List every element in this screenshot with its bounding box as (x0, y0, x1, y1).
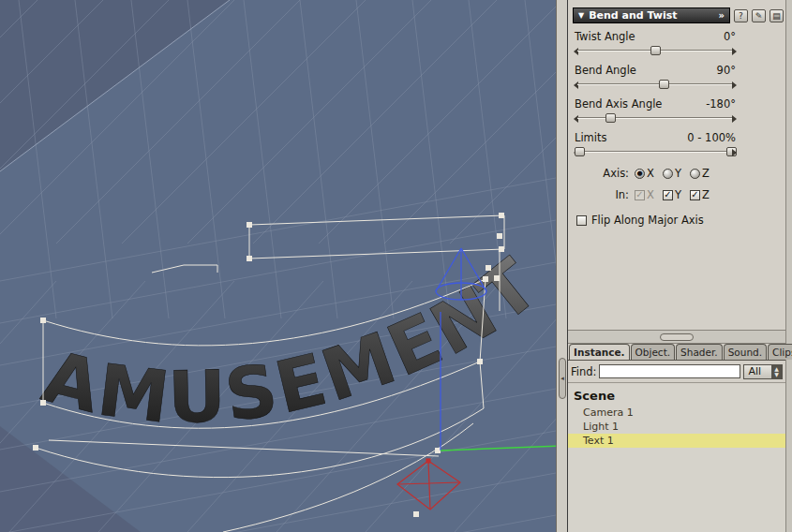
limits-low-thumb[interactable] (575, 147, 585, 156)
bend-axis-angle-slider[interactable] (575, 112, 736, 125)
in-y-checkbox[interactable]: ✓ (663, 190, 673, 200)
tree-item-text[interactable]: Text 1 (568, 434, 785, 448)
tree-item-light[interactable]: Light 1 (568, 420, 785, 434)
slider-track[interactable] (577, 117, 733, 119)
tab-sound[interactable]: Sound. (724, 344, 767, 360)
slider-right-cap (732, 115, 737, 123)
tree-item-camera[interactable]: Camera 1 (568, 406, 785, 420)
slider-track[interactable] (577, 151, 733, 153)
in-x-option: ✓ X (635, 188, 654, 201)
tab-object[interactable]: Object. (631, 344, 676, 360)
axis-z-radio[interactable] (690, 169, 700, 179)
axis-x-radio[interactable]: ● (635, 169, 645, 179)
3d-viewport[interactable]: AMUSEMENT (0, 0, 556, 532)
slider-right-cap (732, 48, 737, 55)
slider-right-cap (732, 149, 737, 156)
expander-triangle-icon[interactable]: ▼ (578, 12, 584, 20)
find-label: Find: (571, 365, 596, 378)
panel-scrollbar[interactable] (785, 0, 792, 532)
in-y-option[interactable]: ✓ Y (663, 188, 681, 201)
tab-shader[interactable]: Shader. (676, 344, 723, 360)
application-window: AMUSEMENT (0, 0, 792, 532)
tab-instance[interactable]: Instance. (569, 344, 630, 360)
bend-angle-slider[interactable] (575, 79, 736, 91)
bend-axis-angle-param: Bend Axis Angle -180° (575, 97, 736, 125)
limits-slider[interactable] (575, 146, 736, 158)
tab-clips[interactable]: Clips (768, 344, 792, 360)
slider-thumb[interactable] (650, 46, 661, 55)
viewport-canvas[interactable]: AMUSEMENT (0, 0, 556, 532)
limits-label: Limits (575, 131, 607, 144)
panel-gutter: ◂ (556, 0, 568, 532)
edit-icon[interactable]: ✎ (752, 9, 766, 22)
flip-label: Flip Along Major Axis (591, 214, 704, 227)
axis-y-option[interactable]: Y (663, 167, 681, 180)
collapse-arrow-icon: ◂ (560, 375, 564, 382)
limits-param: Limits 0 - 100% (575, 131, 736, 158)
in-z-checkbox[interactable]: ✓ (690, 190, 700, 200)
find-row: Find: All ▲ ▼ (568, 361, 785, 383)
properties-panel: ▼ Bend and Twist » ? ✎ ▤ Twist Angle 0° (568, 0, 792, 532)
bend-angle-param: Bend Angle 90° (575, 64, 736, 91)
filter-value: All (748, 365, 761, 377)
slider-right-cap (732, 81, 737, 89)
twist-angle-slider[interactable] (575, 45, 736, 57)
bend-panel-header[interactable]: ▼ Bend and Twist » (573, 7, 730, 23)
dropdown-arrows-icon[interactable]: ▲ ▼ (771, 365, 782, 378)
panel-collapse-handle[interactable]: ◂ (559, 358, 566, 399)
twist-angle-label: Twist Angle (575, 30, 635, 43)
axis-z-option[interactable]: Z (690, 167, 710, 180)
axis-label: Axis: (575, 167, 629, 180)
filter-dropdown[interactable]: All ▲ ▼ (743, 364, 783, 379)
in-label: In: (575, 188, 629, 201)
axis-x-option[interactable]: ● X (635, 167, 654, 180)
divider-handle[interactable] (660, 333, 694, 341)
bend-axis-angle-value[interactable]: -180° (706, 97, 736, 111)
bend-axis-angle-label: Bend Axis Angle (575, 97, 662, 111)
chevron-icon[interactable]: » (719, 11, 725, 21)
browser-tabs: Instance. Object. Shader. Sound. Clips (568, 344, 785, 361)
scene-browser: Instance. Object. Shader. Sound. Clips F… (568, 344, 785, 532)
bend-and-twist-panel: ▼ Bend and Twist » ? ✎ ▤ Twist Angle 0° (568, 0, 785, 330)
scene-tree: Scene Camera 1 Light 1 Text 1 (568, 384, 785, 532)
slider-thumb[interactable] (605, 113, 616, 123)
find-input[interactable] (599, 364, 740, 378)
in-x-checkbox: ✓ (635, 190, 645, 200)
twist-angle-value[interactable]: 0° (724, 30, 736, 43)
axis-row: Axis: ● X Y Z (575, 167, 736, 180)
bend-angle-value[interactable]: 90° (717, 64, 736, 77)
bend-panel-title: Bend and Twist (589, 9, 677, 22)
in-z-option[interactable]: ✓ Z (690, 188, 710, 201)
bend-angle-label: Bend Angle (575, 64, 636, 77)
twist-angle-param: Twist Angle 0° (575, 30, 736, 57)
slider-track[interactable] (577, 83, 733, 85)
help-icon[interactable]: ? (734, 9, 748, 22)
scene-root-label[interactable]: Scene (568, 384, 785, 406)
flip-checkbox[interactable] (576, 215, 587, 226)
pages-icon[interactable]: ▤ (770, 9, 784, 22)
panel-divider[interactable] (568, 330, 785, 344)
axis-y-radio[interactable] (663, 169, 673, 179)
flip-row[interactable]: Flip Along Major Axis (576, 214, 785, 227)
in-row: In: ✓ X ✓ Y ✓ Z (575, 188, 736, 201)
limits-value[interactable]: 0 - 100% (687, 131, 736, 144)
slider-thumb[interactable] (659, 80, 669, 89)
